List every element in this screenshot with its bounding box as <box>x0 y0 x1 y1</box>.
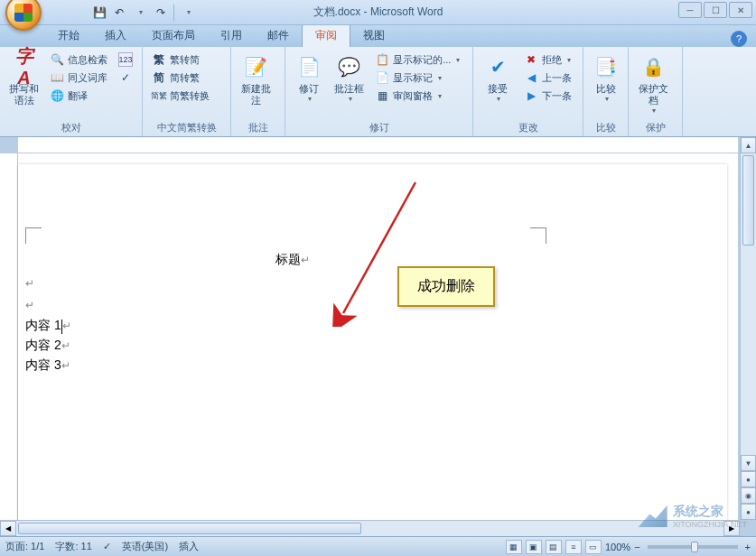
translate-label: 翻译 <box>68 89 88 103</box>
protect-icon: 🔒 <box>639 52 667 81</box>
set-language-button[interactable]: ✓ <box>115 70 136 86</box>
vertical-ruler[interactable] <box>0 153 18 520</box>
group-chinese: 繁繁转简 简简转繁 简繁简繁转换 中文简繁转换 <box>143 47 231 136</box>
undo-icon[interactable]: ↶ <box>112 5 126 20</box>
tab-insert[interactable]: 插入 <box>92 24 139 47</box>
next-button[interactable]: ▶下一条 <box>520 88 575 104</box>
reviewing-pane-button[interactable]: ▦审阅窗格▾ <box>371 88 467 104</box>
show-markup-label: 显示标记 <box>393 71 433 85</box>
tab-layout[interactable]: 页面布局 <box>139 24 208 47</box>
qat-customize-icon[interactable]: ▾ <box>182 5 196 20</box>
group-protect-label: 保护 <box>629 121 682 134</box>
previous-button[interactable]: ◀上一条 <box>520 70 575 86</box>
tab-references[interactable]: 引用 <box>208 24 255 47</box>
convert-icon: 简繁 <box>152 88 166 103</box>
hscroll-thumb[interactable] <box>18 523 361 534</box>
pane-icon: ▦ <box>375 88 389 103</box>
view-print-layout-button[interactable]: ▦ <box>506 540 522 554</box>
wordcount-button[interactable]: 123 <box>115 51 136 68</box>
redo-icon[interactable]: ↷ <box>154 5 168 20</box>
view-outline-button[interactable]: ≡ <box>565 540 582 554</box>
trad-to-simp-button[interactable]: 简简转繁 <box>148 70 213 86</box>
thesaurus-button[interactable]: 📖同义词库 <box>46 70 111 86</box>
group-changes: ✔ 接受▾ ✖拒绝▾ ◀上一条 ▶下一条 更改 <box>473 47 583 136</box>
accept-label: 接受 <box>488 83 508 95</box>
research-label: 信息检索 <box>68 53 107 67</box>
status-proof-icon[interactable]: ✓ <box>103 541 111 552</box>
window-controls: ─ ☐ ✕ <box>678 2 752 18</box>
tab-view[interactable]: 视图 <box>350 24 397 47</box>
trad-icon: 繁 <box>152 52 166 67</box>
status-insert-mode[interactable]: 插入 <box>179 540 199 553</box>
browse-select-button[interactable]: ◉ <box>741 487 756 504</box>
document-page[interactable]: 标题↵ ↵ ↵ 内容 1↵ 内容 2↵ 内容 3↵ 成功删除 <box>18 164 727 525</box>
language-icon: ✓ <box>118 70 133 85</box>
scroll-down-button[interactable]: ▼ <box>741 455 756 471</box>
maximize-button[interactable]: ☐ <box>704 2 727 18</box>
vscroll-thumb[interactable] <box>742 155 754 246</box>
minimize-button[interactable]: ─ <box>678 2 702 18</box>
show-markup-button[interactable]: 📄显示标记▾ <box>371 70 467 86</box>
convert-button[interactable]: 简繁简繁转换 <box>148 88 213 104</box>
zoom-in-button[interactable]: + <box>745 542 751 552</box>
group-tracking-label: 修订 <box>285 121 472 134</box>
display-review-dropdown[interactable]: 📋显示标记的...▾ <box>371 51 467 68</box>
scroll-left-button[interactable]: ◀ <box>0 521 16 536</box>
vertical-scrollbar[interactable]: ▲ ▼ ● ◉ ● <box>740 137 756 520</box>
undo-dropdown-icon[interactable]: ▾ <box>134 5 148 20</box>
group-chinese-label: 中文简繁转换 <box>143 121 230 134</box>
research-button[interactable]: 🔍信息检索 <box>46 51 111 68</box>
view-fullscreen-button[interactable]: ▣ <box>526 540 542 554</box>
status-page[interactable]: 页面: 1/1 <box>5 540 44 553</box>
track-label: 修订 <box>299 83 319 95</box>
zoom-slider-thumb[interactable] <box>691 542 698 552</box>
reject-label: 拒绝 <box>542 53 562 67</box>
document-container: 标题↵ ↵ ↵ 内容 1↵ 内容 2↵ 内容 3↵ 成功删除 ▲ ▼ ● ◉ ●… <box>0 137 756 536</box>
tab-review[interactable]: 审阅 <box>302 23 350 47</box>
doc-empty-para[interactable]: ↵ <box>25 276 34 291</box>
group-compare: 📑 比较▾ 比较 <box>583 47 629 136</box>
margin-corner-tr <box>530 227 546 244</box>
doc-title-text[interactable]: 标题↵ <box>275 252 310 268</box>
markup-icon: 📄 <box>375 70 389 85</box>
next-icon: ▶ <box>524 88 538 103</box>
translate-button[interactable]: 🌐翻译 <box>46 88 111 104</box>
compare-icon: 📑 <box>592 52 621 81</box>
reject-button[interactable]: ✖拒绝▾ <box>520 51 575 68</box>
wordcount-icon: 123 <box>118 52 133 67</box>
balloons-icon: 💬 <box>335 52 364 81</box>
zoom-percent[interactable]: 100% <box>605 542 630 552</box>
group-proofing-label: 校对 <box>0 121 142 134</box>
watermark-text: 系统之家 <box>673 504 747 520</box>
zoom-out-button[interactable]: − <box>634 542 639 552</box>
simp-to-trad-button[interactable]: 繁繁转简 <box>148 51 213 68</box>
scroll-up-button[interactable]: ▲ <box>741 137 756 153</box>
group-tracking: 📄 修订▾ 💬 批注框▾ 📋显示标记的...▾ 📄显示标记▾ ▦审阅窗格▾ 修订 <box>285 47 473 136</box>
horizontal-ruler[interactable] <box>18 137 738 153</box>
document-scroll-area[interactable]: 标题↵ ↵ ↵ 内容 1↵ 内容 2↵ 内容 3↵ 成功删除 <box>18 153 738 520</box>
ribbon: 字A 拼写和语法 🔍信息检索 📖同义词库 🌐翻译 123 ✓ 校对 繁繁转简 简… <box>0 47 756 137</box>
doc-line1[interactable]: 内容 1↵ <box>25 318 71 334</box>
status-words[interactable]: 字数: 11 <box>55 540 91 553</box>
protect-label: 保护文档 <box>636 83 670 107</box>
track-icon: 📄 <box>294 52 323 81</box>
doc-empty-para2[interactable]: ↵ <box>25 298 34 312</box>
view-draft-button[interactable]: ▭ <box>585 540 602 554</box>
status-bar: 页面: 1/1 字数: 11 ✓ 英语(美国) 插入 ▦ ▣ ▤ ≡ ▭ 100… <box>0 536 756 556</box>
previous-label: 上一条 <box>542 71 572 85</box>
close-button[interactable]: ✕ <box>729 2 752 18</box>
browse-prev-button[interactable]: ● <box>741 471 756 487</box>
previous-icon: ◀ <box>524 70 538 85</box>
status-language[interactable]: 英语(美国) <box>122 540 168 553</box>
doc-line3[interactable]: 内容 3↵ <box>25 357 70 374</box>
doc-line2[interactable]: 内容 2↵ <box>25 338 70 354</box>
thesaurus-icon: 📖 <box>50 70 64 85</box>
horizontal-scrollbar[interactable]: ◀ ▶ <box>0 520 740 536</box>
group-changes-label: 更改 <box>473 121 583 134</box>
view-web-button[interactable]: ▤ <box>546 540 562 554</box>
help-icon[interactable]: ? <box>731 31 747 47</box>
zoom-slider[interactable] <box>648 545 738 549</box>
save-icon[interactable]: 💾 <box>92 5 107 20</box>
tab-home[interactable]: 开始 <box>45 24 92 47</box>
tab-mailings[interactable]: 邮件 <box>255 24 302 47</box>
